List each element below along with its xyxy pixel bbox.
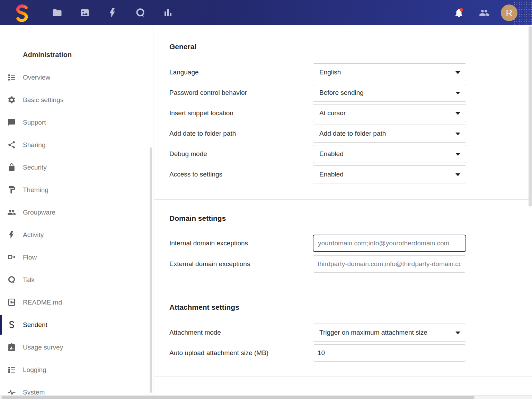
sidebar-item-talk[interactable]: Talk: [0, 269, 153, 291]
share-icon: [7, 140, 16, 149]
setting-label: Debug mode: [169, 150, 313, 158]
sidebar-item-basic-settings[interactable]: Basic settings: [0, 89, 153, 111]
sidebar-item-usage-survey[interactable]: Usage survey: [0, 336, 153, 359]
flow-icon: [7, 253, 16, 262]
chevron-down-icon: [455, 173, 460, 176]
sidebar-item-support[interactable]: Support: [0, 111, 153, 134]
setting-label: Language: [169, 69, 313, 76]
section-title: Attachment settings: [169, 303, 532, 311]
sendent-s-icon: [7, 320, 16, 329]
horizontal-scrollbar-thumb[interactable]: [1, 396, 475, 399]
paint-roller-icon: [7, 185, 16, 194]
sidebar-item-readme[interactable]: README.md: [0, 291, 153, 314]
notifications-bell-icon[interactable]: [451, 0, 467, 25]
chevron-down-icon: [455, 92, 460, 94]
sidebar-item-activity[interactable]: Activity: [0, 224, 153, 246]
settings-content: General Language English Password contro…: [154, 25, 532, 399]
setting-row-password-control: Password control behavior Before sending: [169, 84, 532, 102]
sidebar-item-theming[interactable]: Theming: [0, 179, 153, 201]
sidebar-item-label: Theming: [23, 186, 48, 194]
debug-mode-select[interactable]: Enabled: [313, 145, 466, 163]
sidebar-item-overview[interactable]: Overview: [0, 66, 153, 89]
list-overview-icon: [7, 73, 16, 82]
sendent-logo-icon[interactable]: [13, 3, 30, 22]
sidebar-item-label: Overview: [23, 74, 50, 81]
content-scrollbar-thumb[interactable]: [529, 26, 532, 207]
setting-row-date-folder-path: Add date to folder path Add date to fold…: [169, 125, 532, 143]
setting-label: Add date to folder path: [169, 130, 313, 137]
lightning-icon: [7, 230, 16, 239]
chevron-down-icon: [455, 112, 460, 115]
speech-bubble-icon: [7, 118, 16, 127]
section-attachment-settings: Attachment settings Attachment mode Trig…: [154, 288, 532, 362]
chevron-down-icon: [455, 133, 460, 135]
sidebar-item-label: Logging: [23, 366, 46, 374]
access-to-settings-select[interactable]: Enabled: [313, 165, 466, 183]
sidebar-item-security[interactable]: Security: [0, 156, 153, 179]
setting-row-language: Language English: [169, 63, 532, 81]
setting-row-attachment-mode: Attachment mode Trigger on maximum attac…: [169, 324, 532, 342]
sidebar-section-title: Administration: [23, 51, 153, 59]
notification-dot: [460, 8, 463, 11]
settings-sidebar: Administration Overview Basic settings S…: [0, 25, 153, 399]
attachment-mode-select[interactable]: Trigger on maximum attachment size: [313, 324, 466, 342]
sidebar-item-label: Support: [23, 119, 46, 126]
photos-icon[interactable]: [77, 0, 93, 25]
external-domains-input[interactable]: [313, 255, 466, 273]
section-general: General Language English Password contro…: [154, 25, 532, 183]
files-folder-icon[interactable]: [49, 0, 65, 25]
setting-row-access-to-settings: Access to settings Enabled: [169, 165, 532, 183]
section-title: General: [169, 43, 532, 51]
chevron-down-icon: [455, 332, 460, 334]
sidebar-item-label: Activity: [23, 231, 44, 239]
activity-lightning-icon[interactable]: [104, 0, 121, 25]
contacts-icon[interactable]: [476, 0, 493, 25]
language-select[interactable]: English: [313, 63, 466, 81]
markdown-file-icon: [7, 298, 16, 307]
auto-upload-size-input[interactable]: [313, 344, 466, 362]
setting-row-external-domains: External domain exceptions: [169, 255, 532, 273]
sidebar-item-label: Sharing: [23, 141, 46, 149]
talk-bubble-icon: [7, 275, 16, 284]
horizontal-scrollbar[interactable]: [0, 395, 532, 399]
avatar-active-pointer: [503, 25, 516, 31]
setting-label: Internal domain exceptions: [169, 239, 313, 247]
sidebar-item-label: Usage survey: [23, 344, 63, 351]
section-title: Domain settings: [169, 214, 532, 223]
date-folder-path-select[interactable]: Add date to folder path: [313, 125, 466, 143]
sidebar-item-sharing[interactable]: Sharing: [0, 134, 153, 156]
top-header: R: [0, 0, 532, 25]
list-overview-icon: [7, 365, 16, 374]
section-domain-settings: Domain settings Internal domain exceptio…: [154, 200, 532, 273]
sidebar-item-flow[interactable]: Flow: [0, 246, 153, 269]
section-divider: [154, 376, 532, 377]
clipboard-chart-icon: [7, 343, 16, 352]
lock-icon: [7, 163, 16, 172]
chevron-down-icon: [455, 153, 460, 156]
gear-icon: [7, 96, 16, 105]
analytics-bar-chart-icon[interactable]: [160, 0, 176, 25]
sidebar-item-label: Basic settings: [23, 96, 63, 104]
sidebar-item-logging[interactable]: Logging: [0, 359, 153, 381]
chevron-down-icon: [455, 71, 460, 74]
talk-bubble-icon[interactable]: [132, 0, 149, 25]
sidebar-item-groupware[interactable]: Groupware: [0, 201, 153, 224]
people-icon: [7, 208, 16, 217]
sidebar-item-label: Groupware: [23, 209, 55, 216]
internal-domains-input[interactable]: [313, 235, 466, 252]
setting-label: External domain exceptions: [169, 260, 313, 268]
sidebar-item-label: Flow: [23, 254, 37, 261]
sidebar-item-label: README.md: [23, 299, 62, 306]
snippet-location-select[interactable]: At cursor: [313, 104, 466, 122]
avatar-initial[interactable]: R: [501, 4, 517, 21]
setting-row-internal-domains: Internal domain exceptions: [169, 235, 532, 252]
setting-label: Password control behavior: [169, 89, 313, 97]
setting-row-debug-mode: Debug mode Enabled: [169, 145, 532, 163]
sidebar-scrollbar-thumb[interactable]: [150, 147, 152, 393]
password-control-select[interactable]: Before sending: [313, 84, 466, 102]
app-menu: [49, 0, 187, 25]
sidebar-item-sendent[interactable]: Sendent: [0, 314, 153, 336]
user-avatar[interactable]: R: [501, 4, 517, 21]
setting-label: Auto upload attachment size (MB): [169, 349, 313, 357]
setting-label: Attachment mode: [169, 329, 313, 336]
